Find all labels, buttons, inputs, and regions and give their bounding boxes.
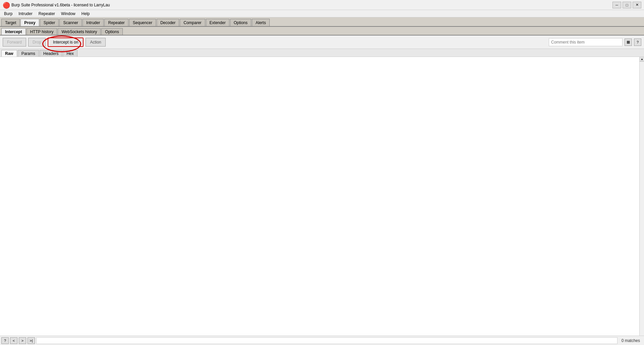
content-tabs: Raw Params Headers Hex (0, 49, 644, 57)
toolbar-right: ▦ ? (549, 38, 641, 46)
nav-next-button[interactable]: > (19, 337, 26, 344)
content-tab-params[interactable]: Params (18, 50, 39, 57)
title-text: Burp Suite Professional v1.6beta - licen… (11, 3, 110, 7)
subtab-intercept[interactable]: Intercept (1, 28, 26, 35)
menu-burp[interactable]: Burp (1, 11, 15, 17)
title-bar-controls: ─ □ ✕ (612, 2, 641, 8)
content-scrollbar[interactable]: ▲ (639, 57, 644, 336)
grid-icon-button[interactable]: ▦ (625, 39, 632, 46)
help-icon-button[interactable]: ? (634, 39, 641, 46)
tab-decoder[interactable]: Decoder (157, 19, 179, 26)
tab-options[interactable]: Options (230, 19, 251, 26)
comment-input[interactable] (549, 38, 623, 46)
tab-alerts[interactable]: Alerts (252, 19, 270, 26)
scrollbar-up-arrow[interactable]: ▲ (640, 57, 644, 62)
action-button[interactable]: Action (86, 38, 105, 47)
content-tab-hex[interactable]: Hex (63, 50, 77, 57)
nav-last-button[interactable]: >| (28, 337, 35, 344)
title-bar: 🔴 Burp Suite Professional v1.6beta - lic… (0, 0, 644, 10)
match-count: 0 matches (619, 338, 643, 343)
drop-button[interactable]: Drop (28, 38, 46, 47)
menu-window[interactable]: Window (58, 11, 78, 17)
tab-repeater[interactable]: Repeater (104, 19, 128, 26)
nav-prev-button[interactable]: < (10, 337, 17, 344)
tab-intruder[interactable]: Intruder (83, 19, 104, 26)
close-button[interactable]: ✕ (633, 2, 641, 8)
tab-scanner[interactable]: Scanner (59, 19, 82, 26)
menu-intruder[interactable]: Intruder (16, 11, 35, 17)
maximize-button[interactable]: □ (623, 2, 631, 8)
subtab-options[interactable]: Options (101, 28, 122, 35)
minimize-button[interactable]: ─ (612, 2, 621, 8)
tab-sequencer[interactable]: Sequencer (129, 19, 156, 26)
content-tab-headers[interactable]: Headers (40, 50, 62, 57)
menu-repeater[interactable]: Repeater (36, 11, 58, 17)
subtab-http-history[interactable]: HTTP history (26, 28, 57, 35)
intercept-button[interactable]: Intercept is on (48, 38, 84, 47)
title-bar-left: 🔴 Burp Suite Professional v1.6beta - lic… (3, 2, 110, 8)
tab-comparer[interactable]: Comparer (180, 19, 205, 26)
tab-target[interactable]: Target (1, 19, 20, 26)
content-tab-raw[interactable]: Raw (1, 50, 17, 57)
sub-tabs: Intercept HTTP history WebSockets histor… (0, 27, 644, 36)
menu-help[interactable]: Help (79, 11, 93, 17)
bottom-bar: ? < > >| 0 matches (0, 336, 644, 345)
subtab-websockets-history[interactable]: WebSockets history (58, 28, 101, 35)
search-input[interactable] (36, 337, 618, 344)
tab-spider[interactable]: Spider (40, 19, 59, 26)
toolbar: Forward Drop Intercept is on Action ▦ ? (0, 36, 644, 49)
menu-bar: Burp Intruder Repeater Window Help (0, 10, 644, 17)
content-area: ▲ (0, 57, 644, 336)
help-bottom-button[interactable]: ? (1, 337, 9, 344)
tab-extender[interactable]: Extender (206, 19, 229, 26)
forward-button[interactable]: Forward (3, 38, 26, 47)
tab-proxy[interactable]: Proxy (20, 19, 39, 26)
main-tabs: Target Proxy Spider Scanner Intruder Rep… (0, 17, 644, 27)
app-icon: 🔴 (3, 2, 9, 8)
